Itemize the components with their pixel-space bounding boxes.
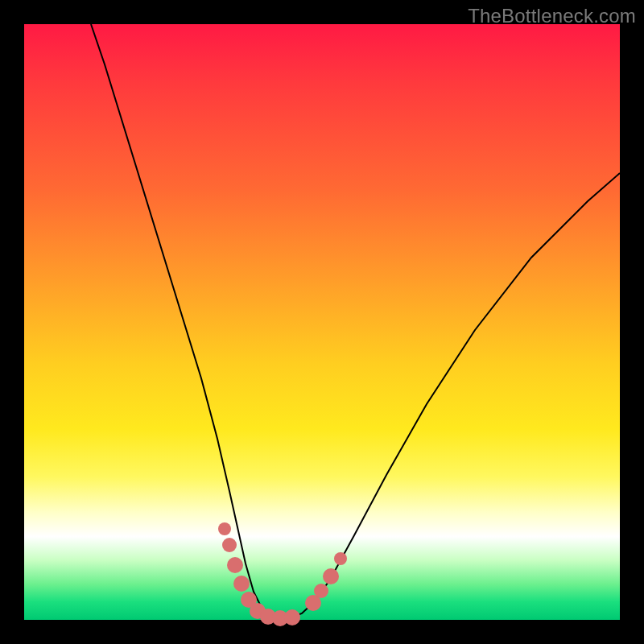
curve-marker xyxy=(334,552,347,565)
curve-marker xyxy=(227,557,243,573)
curve-marker xyxy=(314,584,328,598)
curve-marker xyxy=(218,522,231,535)
chart-svg xyxy=(24,24,620,620)
curve-marker xyxy=(284,609,300,625)
curve-marker xyxy=(233,576,250,592)
curve-markers xyxy=(218,522,347,626)
curve-marker xyxy=(323,568,339,584)
watermark-text: TheBottleneck.com xyxy=(468,5,636,27)
chart-frame: TheBottleneck.com xyxy=(0,0,644,644)
bottleneck-curve xyxy=(91,24,620,618)
curve-marker xyxy=(222,538,237,552)
